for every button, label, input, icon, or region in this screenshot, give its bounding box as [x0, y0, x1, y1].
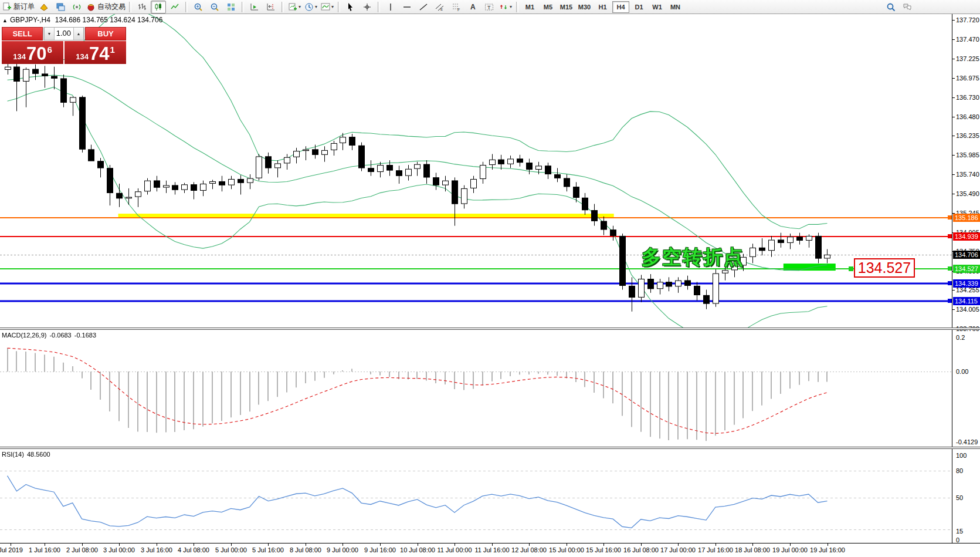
time-axis-label: 2 Jul 08:00: [66, 546, 98, 553]
dropdown-arrow-icon[interactable]: ▾: [299, 4, 301, 9]
timeframe-button-m30[interactable]: M30: [576, 1, 593, 13]
price-axis[interactable]: 137.720137.470137.225136.975136.730136.4…: [952, 14, 980, 543]
new-chart-button[interactable]: ▾: [287, 1, 302, 13]
dropdown-arrow-icon[interactable]: ▾: [315, 4, 317, 9]
dropdown-arrow-icon[interactable]: ▾: [510, 4, 512, 9]
rsi-canvas[interactable]: [0, 450, 952, 543]
chart-wizard-button[interactable]: [36, 1, 52, 13]
svg-text:T: T: [487, 4, 491, 10]
time-tick-mark: [157, 544, 157, 546]
new-order-icon: [2, 2, 12, 12]
time-tick-mark: [678, 544, 679, 546]
badge-connector-square: [948, 281, 952, 285]
timeframe-button-mn[interactable]: MN: [667, 1, 684, 13]
timeframe-button-m1[interactable]: M1: [521, 1, 538, 13]
toolbar-button-label: 新订单: [13, 2, 35, 12]
ohlc-values: 134.686 134.765 134.624 134.706: [55, 16, 163, 24]
bar-chart-button[interactable]: [134, 1, 150, 13]
time-tick-mark: [231, 544, 232, 546]
badge-connector-square: [948, 299, 952, 303]
market-watch-button[interactable]: [53, 1, 68, 13]
bid-price-button[interactable]: 134706: [2, 41, 63, 64]
toolbar-separator: [282, 2, 284, 12]
timeframe-button-h4[interactable]: H4: [612, 1, 629, 13]
price-tick-label: 137.720: [956, 16, 979, 23]
rsi-pane-divider[interactable]: [0, 447, 980, 449]
toolbar-separator: [338, 2, 340, 12]
macd-label: MACD(12,26,9)-0.0683-0.1683: [2, 332, 99, 339]
macd-canvas[interactable]: [0, 330, 952, 447]
signals-icon: [72, 2, 82, 12]
zoom-in-icon: [194, 2, 203, 12]
arrows-button[interactable]: ▾: [498, 1, 513, 13]
time-axis-label: 15 Jul 16:00: [586, 546, 621, 553]
time-tick-mark: [790, 544, 791, 546]
text-label-button[interactable]: T: [481, 1, 497, 13]
indicators-button[interactable]: ▾: [320, 1, 335, 13]
line-chart-button[interactable]: [167, 1, 182, 13]
timeframe-button-m15[interactable]: M15: [558, 1, 575, 13]
time-axis-label: 3 Jul 00:00: [103, 546, 135, 553]
arrows-icon: [499, 2, 508, 12]
text-label-icon: T: [484, 2, 494, 12]
period-button[interactable]: ▾: [303, 1, 318, 13]
chat-button[interactable]: [900, 1, 915, 13]
volume-input[interactable]: 1.00: [55, 28, 73, 40]
time-axis-label: 17 Jul 16:00: [698, 546, 733, 553]
dropdown-arrow-icon[interactable]: ▾: [331, 4, 334, 9]
vertical-line-button[interactable]: [383, 1, 398, 13]
time-axis-label: 11 Jul 16:00: [474, 546, 509, 553]
toolbar-separator: [378, 2, 380, 12]
time-tick-mark: [418, 544, 418, 546]
search-button[interactable]: [883, 1, 898, 13]
vertical-line-icon: [386, 2, 395, 12]
auto-trading-button[interactable]: 自动交易: [86, 1, 126, 13]
timeframe-button-m5[interactable]: M5: [540, 1, 557, 13]
text-icon: A: [468, 2, 477, 12]
fibonacci-button[interactable]: F: [449, 1, 464, 13]
zoom-out-button[interactable]: [207, 1, 222, 13]
ask-price-button[interactable]: 134741: [65, 41, 126, 64]
line-chart-icon: [170, 2, 179, 12]
text-button[interactable]: A: [465, 1, 480, 13]
auto-scroll-button[interactable]: [247, 1, 262, 13]
time-axis[interactable]: Jul 20191 Jul 16:002 Jul 08:003 Jul 00:0…: [0, 543, 980, 557]
price-badge: 134.339: [953, 279, 980, 288]
macd-pane-divider[interactable]: [0, 328, 980, 330]
volume-stepper: ▼ 1.00 ▲: [43, 27, 84, 40]
main-chart-canvas[interactable]: [0, 14, 952, 329]
crosshair-button[interactable]: [360, 1, 375, 13]
sell-button[interactable]: SELL: [2, 27, 43, 40]
price-tick-mark: [952, 174, 955, 175]
price-badge: 134.115: [953, 297, 980, 305]
trendline-button[interactable]: [416, 1, 431, 13]
equidistant-channel-button[interactable]: E: [432, 1, 447, 13]
time-axis-label: Jul 2019: [0, 546, 23, 553]
new-order-button[interactable]: 新订单: [2, 1, 35, 13]
time-tick-mark: [268, 544, 269, 546]
time-tick-mark: [306, 544, 306, 546]
buy-button[interactable]: BUY: [85, 27, 126, 40]
macd-axis-label: 0.2: [956, 334, 965, 341]
collapse-panel-icon[interactable]: ▲: [2, 18, 8, 23]
price-tick-mark: [952, 155, 955, 156]
timeframe-button-d1[interactable]: D1: [630, 1, 647, 13]
cursor-icon: [346, 2, 355, 12]
symbol-period-label: GBPJPY-,H4: [10, 16, 50, 24]
candlestick-chart-button[interactable]: [151, 1, 166, 13]
zoom-in-button[interactable]: [191, 1, 206, 13]
volume-down-button[interactable]: ▼: [44, 28, 55, 40]
signals-button[interactable]: [69, 1, 84, 13]
price-tick-label: 135.490: [956, 190, 979, 197]
timeframe-button-w1[interactable]: W1: [649, 1, 666, 13]
time-axis-label: 8 Jul 08:00: [290, 546, 321, 553]
tile-windows-button[interactable]: [223, 1, 239, 13]
chart-shift-button[interactable]: [263, 1, 279, 13]
chart-shift-icon: [266, 2, 276, 12]
volume-up-button[interactable]: ▲: [73, 28, 84, 40]
fibonacci-icon: F: [452, 2, 461, 12]
cursor-button[interactable]: [343, 1, 358, 13]
horizontal-line-button[interactable]: [399, 1, 415, 13]
equidistant-channel-icon: E: [435, 2, 445, 12]
timeframe-button-h1[interactable]: H1: [594, 1, 611, 13]
